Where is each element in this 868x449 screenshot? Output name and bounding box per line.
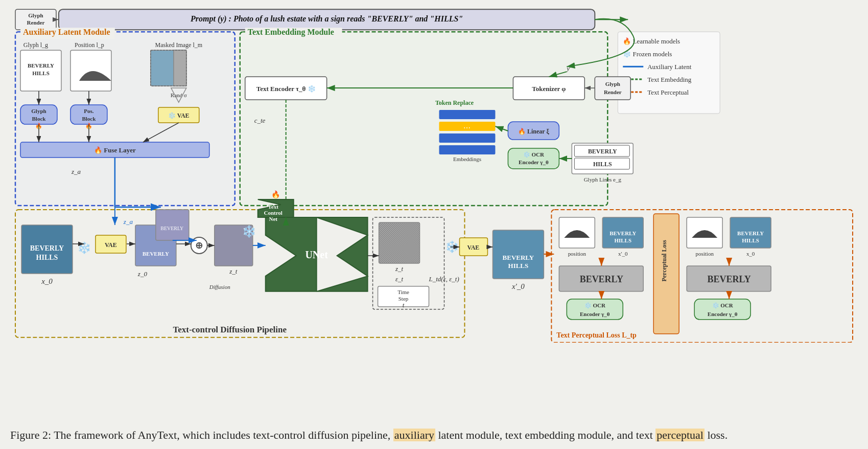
svg-rect-151 <box>559 266 643 291</box>
svg-rect-37 <box>151 50 186 86</box>
svg-text:Text Encoder τ_θ ❄️: Text Encoder τ_θ ❄️ <box>256 84 316 93</box>
svg-rect-125 <box>373 217 444 309</box>
svg-text:❄️ VAE: ❄️ VAE <box>168 111 190 119</box>
svg-text:Encoder γ_θ: Encoder γ_θ <box>708 311 738 317</box>
svg-rect-85 <box>574 145 629 156</box>
svg-text:z_a: z_a <box>123 218 133 226</box>
svg-text:Prompt (y) :  Photo of a lush : Prompt (y) : Photo of a lush estate with… <box>191 14 463 24</box>
caption-area: Figure 2: The framework of AnyText, whic… <box>10 426 858 444</box>
caption-text1: The framework of AnyText, which includes… <box>54 429 393 441</box>
svg-line-67 <box>549 72 567 77</box>
svg-line-91 <box>495 126 508 131</box>
svg-text:Block: Block <box>32 116 46 122</box>
svg-rect-69 <box>245 77 327 100</box>
svg-text:Pos.: Pos. <box>84 108 93 114</box>
svg-rect-31 <box>20 50 61 91</box>
svg-rect-8 <box>59 9 595 30</box>
svg-rect-15 <box>15 32 235 206</box>
svg-text:🔥: 🔥 <box>85 122 92 129</box>
svg-rect-38 <box>174 50 186 86</box>
svg-rect-145 <box>559 217 595 248</box>
svg-text:BEVERLY: BEVERLY <box>503 254 534 261</box>
svg-rect-52 <box>20 142 209 158</box>
svg-text:Net: Net <box>269 216 277 222</box>
svg-text:❄️ OCR: ❄️ OCR <box>584 302 606 309</box>
svg-rect-158 <box>687 217 722 248</box>
svg-text:c_te: c_te <box>254 117 266 124</box>
svg-text:x'_0: x'_0 <box>511 282 525 290</box>
svg-text:Step: Step <box>398 296 409 302</box>
svg-text:z_0: z_0 <box>137 270 148 278</box>
svg-rect-73 <box>439 110 495 119</box>
svg-rect-102 <box>135 225 176 266</box>
svg-text:🔥: 🔥 <box>35 122 42 129</box>
svg-rect-63 <box>595 77 630 100</box>
diagram-area: Prompt (y) : Photo of a lush estate with… <box>10 5 858 343</box>
svg-text:HILLS: HILLS <box>32 70 50 76</box>
svg-text:Render: Render <box>604 89 622 95</box>
svg-text:BEVERLY: BEVERLY <box>160 226 183 231</box>
svg-text:position: position <box>695 251 714 257</box>
svg-rect-164 <box>687 266 771 291</box>
svg-rect-10 <box>15 9 56 30</box>
svg-text:Token Replace: Token Replace <box>435 99 474 106</box>
svg-text:Perceptual Loss: Perceptual Loss <box>661 240 668 282</box>
svg-text:Tokenizer φ: Tokenizer φ <box>532 85 566 93</box>
svg-text:HILLS: HILLS <box>36 254 58 261</box>
svg-text:Auxiliary Latent Module: Auxiliary Latent Module <box>23 28 110 37</box>
svg-text:x_0: x_0 <box>746 251 755 257</box>
svg-text:Block: Block <box>82 116 96 122</box>
svg-text:🔥 Fuse Layer: 🔥 Fuse Layer <box>94 146 136 154</box>
svg-rect-156 <box>653 214 679 334</box>
svg-text:L_td(ε, ε_t): L_td(ε, ε_t) <box>429 275 459 283</box>
svg-text:Position l_p: Position l_p <box>75 41 104 49</box>
svg-text:🔥: 🔥 <box>271 190 280 199</box>
svg-rect-16 <box>20 28 115 39</box>
svg-text:Time: Time <box>397 289 409 295</box>
svg-rect-136 <box>459 238 487 256</box>
svg-text:HILLS: HILLS <box>614 237 631 243</box>
svg-text:Text-control Diffusion Pipelin: Text-control Diffusion Pipeline <box>173 325 287 334</box>
svg-text:❄️ OCR: ❄️ OCR <box>523 151 545 158</box>
svg-rect-44 <box>20 105 57 124</box>
svg-text:Text Embedding: Text Embedding <box>647 76 692 83</box>
svg-rect-79 <box>508 122 559 140</box>
svg-rect-138 <box>492 230 544 279</box>
svg-text:❄️: ❄️ <box>77 241 91 255</box>
svg-marker-115 <box>266 217 317 291</box>
svg-rect-147 <box>602 217 643 248</box>
svg-text:Diffusion: Diffusion <box>209 284 230 290</box>
svg-rect-129 <box>378 286 429 307</box>
svg-rect-94 <box>15 210 464 338</box>
svg-rect-42 <box>158 107 199 123</box>
svg-rect-48 <box>71 105 107 124</box>
svg-text:VAE: VAE <box>467 244 480 251</box>
svg-text:Glyph: Glyph <box>605 81 620 87</box>
svg-text:z_t: z_t <box>395 265 404 273</box>
figure-number: Figure 2: <box>10 429 51 441</box>
svg-text:Text Perceptual Loss L_tp: Text Perceptual Loss L_tp <box>556 331 637 339</box>
svg-rect-126 <box>379 222 420 263</box>
svg-text:Glyph: Glyph <box>31 108 46 114</box>
svg-rect-84 <box>572 143 633 174</box>
svg-text:ε_t: ε_t <box>395 275 404 283</box>
svg-text:HILLS: HILLS <box>508 262 529 270</box>
svg-text:t: t <box>403 301 405 309</box>
svg-text:HILLS: HILLS <box>742 237 759 243</box>
svg-text:🔥 Linear ξ: 🔥 Linear ξ <box>518 127 549 135</box>
svg-rect-75 <box>439 133 495 143</box>
svg-text:HILLS: HILLS <box>593 161 612 168</box>
svg-text:Masked Image l_m: Masked Image l_m <box>155 41 203 49</box>
svg-rect-95 <box>21 225 73 274</box>
svg-rect-100 <box>96 235 126 253</box>
svg-rect-19 <box>245 28 342 39</box>
svg-text:x'_0: x'_0 <box>618 251 628 257</box>
svg-text:BEVERLY: BEVERLY <box>588 148 617 155</box>
svg-text:Text Perceptual: Text Perceptual <box>647 88 689 96</box>
svg-text:Glyph l_g: Glyph l_g <box>24 41 48 49</box>
svg-text:❄️ OCR: ❄️ OCR <box>712 302 734 309</box>
svg-rect-160 <box>730 217 771 248</box>
svg-marker-41 <box>171 88 186 102</box>
svg-text:Glyph Lines e_g: Glyph Lines e_g <box>584 176 622 183</box>
svg-text:y': y' <box>566 64 571 72</box>
